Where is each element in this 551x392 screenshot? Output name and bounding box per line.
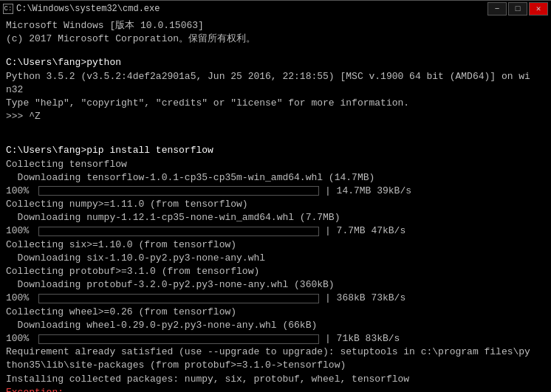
empty-line [6,123,545,134]
progress-label: 100% [6,185,38,198]
terminal-line: Collecting tensorflow [6,158,545,171]
minimize-button[interactable]: − [487,2,507,16]
terminal-line: C:\Users\fang>python [6,56,545,69]
progress-label: 100% [6,332,38,345]
empty-line [6,134,545,144]
terminal-line: Microsoft Windows [版本 10.0.15063] [6,19,545,32]
progress-label: 100% [6,224,38,238]
close-button[interactable]: ✕ [529,2,548,16]
maximize-button[interactable]: □ [508,2,527,16]
terminal-line: Installing collected packages: numpy, si… [6,373,545,386]
progress-row: 100%| 14.7MB 39kB/s [6,185,545,198]
title-bar-controls: − □ ✕ [487,2,548,16]
cmd-icon: C: [3,4,13,14]
terminal-line: Downloading numpy-1.12.1-cp35-none-win_a… [6,211,545,224]
terminal-line: Collecting numpy>=1.11.0 (from tensorflo… [6,198,545,211]
progress-size: | 71kB 83kB/s [325,332,400,345]
terminal-line: Collecting protobuf>=3.1.0 (from tensorf… [6,265,545,278]
terminal-line: (c) 2017 Microsoft Corporation。保留所有权利。 [6,32,545,46]
terminal-line: Requirement already satisfied (use --upg… [6,345,545,359]
terminal-line: Downloading tensorflow-1.0.1-cp35-cp35m-… [6,171,545,185]
terminal-line: Collecting wheel>=0.26 (from tensorflow) [6,306,545,319]
progress-label: 100% [6,292,38,305]
progress-bar-container [38,227,319,236]
progress-row: 100%| 71kB 83kB/s [6,332,545,345]
empty-line [6,46,545,56]
progress-bar-container [38,294,319,303]
title-bar-title: C:\Windows\system32\cmd.exe [16,4,160,14]
progress-bar-container [38,334,319,344]
terminal-line: Type "help", "copyright", "credits" or "… [6,97,545,110]
progress-size: | 7.7MB 47kB/s [325,224,405,238]
terminal-line: >>> ^Z [6,110,545,123]
terminal-line: Downloading protobuf-3.2.0-py2.py3-none-… [6,278,545,292]
title-bar: C: C:\Windows\system32\cmd.exe − □ ✕ [0,0,551,16]
progress-size: | 14.7MB 39kB/s [325,185,411,198]
terminal-line: thon35\lib\site-packages (from protobuf>… [6,359,545,372]
progress-row: 100%| 7.7MB 47kB/s [6,224,545,238]
progress-bar-container [38,186,319,196]
terminal-line: Collecting six>=1.10.0 (from tensorflow) [6,238,545,252]
terminal-line: Exception: [6,386,545,392]
terminal-line: Python 3.5.2 (v3.5.2:4def2a2901a5, Jun 2… [6,70,545,83]
title-bar-left: C: C:\Windows\system32\cmd.exe [3,4,160,14]
terminal-line: C:\Users\fang>pip install tensorflow [6,144,545,157]
terminal-line: Downloading wheel-0.29.0-py2.py3-none-an… [6,319,545,332]
progress-row: 100%| 368kB 73kB/s [6,292,545,305]
terminal-line: n32 [6,83,545,97]
terminal-line: Downloading six-1.10.0-py2.py3-none-any.… [6,252,545,265]
progress-size: | 368kB 73kB/s [325,292,405,305]
terminal-output: Microsoft Windows [版本 10.0.15063](c) 201… [0,16,551,392]
